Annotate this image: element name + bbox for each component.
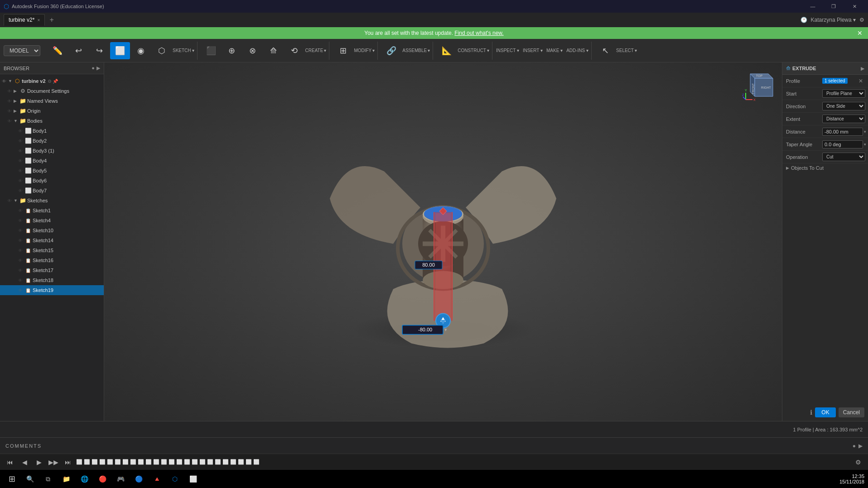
comments-expand-icon[interactable]: ▶ — [858, 443, 863, 449]
notification-close[interactable]: ✕ — [857, 29, 863, 37]
timeline-step[interactable]: ⬜ — [199, 459, 206, 465]
timeline-next-button[interactable]: ▶▶ — [47, 456, 60, 469]
create-btn3[interactable]: ⊗ — [243, 42, 263, 59]
tree-item-sketch19[interactable]: 👁 📋 Sketch19 — [0, 285, 104, 295]
tab-close-icon[interactable]: × — [37, 18, 40, 23]
timeline-step[interactable]: ⬜ — [222, 459, 229, 465]
view-cube[interactable]: TOP RIGHT FRONT X Y Z — [741, 67, 777, 103]
tree-item-sketch15[interactable]: 👁 📋 Sketch15 — [0, 245, 104, 255]
create-btn5[interactable]: ⟲ — [285, 42, 304, 59]
tree-item-body3[interactable]: 👁 ⬜ Body3 (1) — [0, 146, 104, 156]
comments-toggle-icon[interactable]: ● — [853, 443, 856, 449]
select-btn[interactable]: ↖ — [595, 42, 615, 59]
new-tab-button[interactable]: + — [47, 15, 57, 25]
tree-item-sketches[interactable]: 👁 ▼ 📁 Sketches — [0, 196, 104, 206]
timeline-prev-button[interactable]: ◀ — [18, 456, 31, 469]
app2-button[interactable]: 🔵 — [130, 471, 147, 487]
timeline-step[interactable]: ⬜ — [145, 459, 152, 465]
timeline-step[interactable]: ⬜ — [192, 459, 198, 465]
extrude-expand-icon[interactable]: ▶ — [861, 66, 864, 72]
assemble-btn1[interactable]: 🔗 — [381, 42, 401, 59]
distance-input[interactable] — [822, 128, 863, 136]
tree-item-sketch14[interactable]: 👁 📋 Sketch14 — [0, 235, 104, 245]
info-icon[interactable]: ℹ — [810, 409, 812, 416]
tree-item-body4[interactable]: 👁 ⬜ Body4 — [0, 156, 104, 166]
tree-item-body5[interactable]: 👁 ⬜ Body5 — [0, 166, 104, 176]
taper-input[interactable] — [822, 140, 863, 148]
timeline-start-button[interactable]: ⏮ — [4, 456, 16, 469]
timeline-step[interactable]: ⬜ — [184, 459, 190, 465]
active-tool-button[interactable]: ⬜ — [110, 42, 130, 59]
redo-button[interactable]: ↪ — [89, 42, 109, 59]
create-btn1[interactable]: ⬛ — [201, 42, 221, 59]
tree-item-named-views[interactable]: 👁 ▶ 📁 Named Views — [0, 96, 104, 106]
app4-button[interactable]: ⬜ — [185, 471, 201, 487]
restore-button[interactable]: ❐ — [824, 0, 844, 13]
make-label[interactable]: MAKE ▾ — [546, 48, 563, 53]
tree-item-sketch17[interactable]: 👁 📋 Sketch17 — [0, 265, 104, 275]
timeline-step[interactable]: ⬜ — [99, 459, 106, 465]
sketch-button[interactable]: ✏️ — [48, 42, 68, 59]
timeline-step[interactable]: ⬜ — [246, 459, 252, 465]
ok-button[interactable]: OK — [815, 407, 835, 417]
tree-item-origin[interactable]: 👁 ▶ 📁 Origin — [0, 106, 104, 116]
construct-btn1[interactable]: 📐 — [437, 42, 457, 59]
tree-item-body7[interactable]: 👁 ⬜ Body7 — [0, 186, 104, 196]
search-taskbar-button[interactable]: 🔍 — [22, 471, 38, 487]
timeline-step[interactable]: ⬜ — [230, 459, 236, 465]
start-select[interactable]: Profile Plane — [822, 89, 865, 98]
modify-btn1[interactable]: ⊞ — [333, 42, 353, 59]
app1-button[interactable]: 🎮 — [112, 471, 129, 487]
active-tab[interactable]: turbine v2* × — [4, 14, 45, 26]
settings-icon[interactable]: ⚙ — [859, 17, 864, 23]
timeline-step[interactable]: ⬜ — [84, 459, 90, 465]
create-btn4[interactable]: ⟰ — [264, 42, 284, 59]
tree-item-sketch10[interactable]: 👁 📋 Sketch10 — [0, 225, 104, 235]
tree-item-body1[interactable]: 👁 ⬜ Body1 — [0, 126, 104, 136]
browser-expand-icon[interactable]: ● — [92, 65, 95, 71]
timeline-settings-icon[interactable]: ⚙ — [852, 456, 864, 469]
tree-item-bodies[interactable]: 👁 ▼ 📁 Bodies — [0, 116, 104, 126]
chrome-button[interactable]: 🔴 — [94, 471, 111, 487]
gear-icon[interactable]: ⚙ — [48, 79, 52, 84]
operation-select[interactable]: Cut — [822, 153, 865, 161]
timeline-step[interactable]: ⬜ — [161, 459, 167, 465]
edge-button[interactable]: 🌐 — [76, 471, 92, 487]
file-explorer-button[interactable]: 📁 — [58, 471, 74, 487]
timeline-step[interactable]: ⬜ — [169, 459, 175, 465]
minimize-button[interactable]: — — [803, 0, 823, 13]
timeline-step[interactable]: ⬜ — [115, 459, 121, 465]
extent-select[interactable]: Distance — [822, 115, 865, 123]
inspect-label[interactable]: INSPECT ▾ — [496, 48, 519, 53]
timeline-step[interactable]: ⬜ — [76, 459, 82, 465]
sketch-tool3-button[interactable]: ⬡ — [152, 42, 172, 59]
timeline-step[interactable]: ⬜ — [238, 459, 244, 465]
timeline-step[interactable]: ⬜ — [107, 459, 113, 465]
insert-label[interactable]: INSERT ▾ — [523, 48, 543, 53]
create-btn2[interactable]: ⊕ — [222, 42, 242, 59]
timeline-step[interactable]: ⬜ — [153, 459, 159, 465]
tree-item-sketch16[interactable]: 👁 📋 Sketch16 — [0, 255, 104, 265]
tree-item-root[interactable]: 👁 ▼ ⬡ turbine v2 ⚙ 📌 — [0, 76, 104, 86]
timeline-play-button[interactable]: ▶ — [33, 456, 45, 469]
timeline-step[interactable]: ⬜ — [207, 459, 213, 465]
timeline-step[interactable]: ⬜ — [215, 459, 221, 465]
tree-item-sketch18[interactable]: 👁 📋 Sketch18 — [0, 275, 104, 285]
timeline-step[interactable]: ⬜ — [92, 459, 98, 465]
timeline-step[interactable]: ⬜ — [176, 459, 183, 465]
close-button[interactable]: ✕ — [844, 0, 864, 13]
addins-label[interactable]: ADD-INS ▾ — [566, 48, 588, 53]
notification-link[interactable]: Find out what's new. — [454, 30, 503, 36]
viewport[interactable]: 80.00 -80.00 ▾ — [104, 62, 782, 421]
timeline-end-button[interactable]: ⏭ — [62, 456, 74, 469]
task-view-button[interactable]: ⧉ — [40, 471, 56, 487]
timeline-step[interactable]: ⬜ — [122, 459, 129, 465]
objects-to-cut-row[interactable]: ▶ Objects To Cut — [782, 163, 868, 172]
browser-collapse-icon[interactable]: ▶ — [96, 65, 100, 71]
fusion-button[interactable]: ⬡ — [167, 471, 183, 487]
model-mode-dropdown[interactable]: MODEL — [4, 45, 40, 56]
start-button[interactable]: ⊞ — [4, 471, 20, 487]
direction-select[interactable]: One Side — [822, 102, 865, 110]
tree-item-body2[interactable]: 👁 ⬜ Body2 — [0, 136, 104, 146]
tree-item-sketch1[interactable]: 👁 📋 Sketch1 — [0, 206, 104, 215]
